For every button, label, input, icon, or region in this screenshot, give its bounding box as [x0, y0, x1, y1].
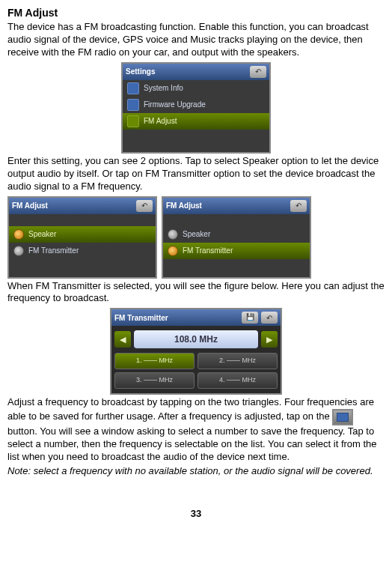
screenshot-title: FM Transmitter — [114, 313, 168, 323]
screenshot-title: FM Adjust — [166, 201, 202, 210]
preset-2: 2. —— MHz — [197, 353, 278, 369]
header-icons: 💾 ↶ — [242, 312, 278, 324]
screenshot-fm-transmitter: FM Transmitter 💾 ↶ ◀ 108.0 MHz ▶ 1. —— M… — [110, 308, 282, 395]
screenshot-title: FM Adjust — [12, 201, 48, 210]
radio-on-icon — [168, 246, 178, 256]
paragraph-2: Enter this setting, you can see 2 option… — [7, 155, 385, 193]
preset-3: 3. —— MHz — [114, 372, 195, 389]
radio-on-icon — [13, 229, 24, 240]
back-icon: ↶ — [136, 200, 153, 212]
screenshot-title: Settings — [126, 67, 155, 76]
option-fm-transmitter: FM Transmitter — [9, 243, 156, 259]
option-label: Speaker — [183, 229, 210, 239]
back-icon: ↶ — [250, 66, 266, 78]
screenshot-settings: Settings ↶ System Info Firmware Upgrade … — [121, 62, 271, 154]
paragraph-4: Adjust a frequency to broadcast by tappi… — [7, 396, 385, 464]
screenshot-fm-adjust-transmitter: FM Adjust ↶ Speaker FM Transmitter — [162, 196, 311, 279]
preset-grid: 1. —— MHz 2. —— MHz 3. —— MHz 4. —— MHz — [111, 353, 281, 393]
preset-1: 1. —— MHz — [114, 353, 195, 369]
info-icon — [127, 82, 139, 94]
note-text: Note: select a frequency with no availab… — [7, 465, 385, 478]
settings-row-fm-adjust: FM Adjust — [123, 113, 269, 130]
option-speaker-selected: Speaker — [9, 226, 156, 243]
settings-row-system-info: System Info — [123, 80, 269, 97]
back-icon: ↶ — [261, 312, 278, 324]
paragraph-4b: button. You will see a window asking to … — [7, 425, 377, 462]
fm-icon — [127, 115, 139, 127]
section-heading: FM Adjust — [7, 6, 385, 19]
paragraph-4a: Adjust a frequency to broadcast by tappi… — [7, 396, 374, 422]
tuner-row: ◀ 108.0 MHz ▶ — [111, 326, 281, 353]
freq-up-icon: ▶ — [261, 331, 278, 348]
option-fm-transmitter-selected: FM Transmitter — [163, 243, 310, 259]
option-label: Speaker — [28, 229, 56, 239]
option-label: FM Transmitter — [28, 246, 79, 255]
screenshot-header: FM Transmitter 💾 ↶ — [111, 309, 281, 326]
option-speaker: Speaker — [163, 226, 310, 243]
radio-off-icon — [13, 246, 24, 256]
frequency-display: 108.0 MHz — [134, 330, 258, 348]
save-icon: 💾 — [242, 312, 258, 324]
settings-row-firmware: Firmware Upgrade — [123, 97, 269, 113]
screenshot-header: FM Adjust ↶ — [9, 198, 156, 214]
option-label: FM Transmitter — [183, 246, 233, 255]
screenshot-header: Settings ↶ — [123, 64, 269, 80]
page-number: 33 — [7, 508, 385, 521]
paragraph-1: The device has a FM broadcasting functio… — [7, 21, 385, 59]
radio-off-icon — [168, 229, 178, 240]
row-label: FM Adjust — [144, 116, 177, 126]
screenshot-header: FM Adjust ↶ — [163, 198, 310, 214]
row-label: Firmware Upgrade — [144, 100, 206, 109]
preset-4: 4. —— MHz — [197, 372, 278, 389]
paragraph-3: When FM Transmitter is selected, you wil… — [7, 280, 385, 306]
firmware-icon — [127, 99, 139, 111]
save-button-icon — [332, 409, 353, 425]
row-label: System Info — [144, 83, 183, 93]
screenshot-pair: FM Adjust ↶ Speaker FM Transmitter FM Ad… — [7, 195, 385, 280]
freq-down-icon: ◀ — [114, 331, 131, 348]
screenshot-fm-adjust-speaker: FM Adjust ↶ Speaker FM Transmitter — [7, 196, 157, 279]
back-icon: ↶ — [290, 200, 307, 212]
